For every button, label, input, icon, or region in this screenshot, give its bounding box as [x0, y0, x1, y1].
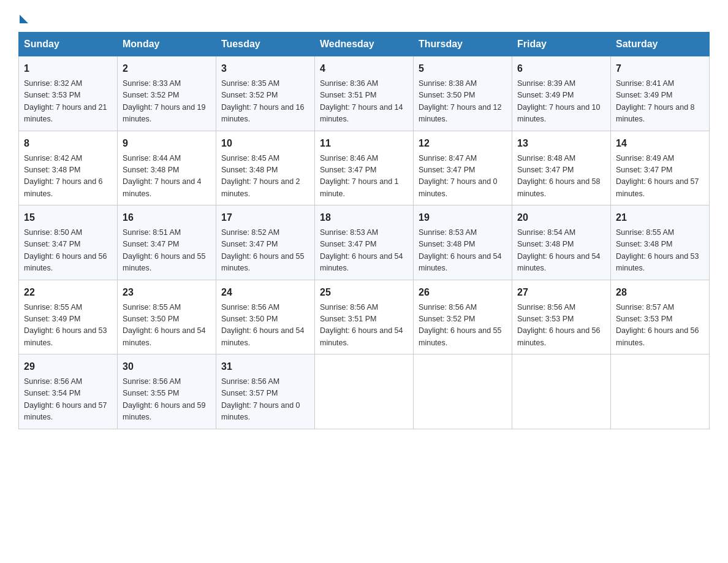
day-number: 16	[123, 210, 211, 225]
calendar-cell: 26Sunrise: 8:56 AMSunset: 3:52 PMDayligh…	[414, 280, 512, 354]
day-info: Sunrise: 8:53 AMSunset: 3:47 PMDaylight:…	[320, 227, 408, 275]
calendar-cell: 17Sunrise: 8:52 AMSunset: 3:47 PMDayligh…	[216, 205, 315, 280]
day-number: 27	[517, 285, 605, 300]
calendar-cell	[315, 354, 414, 429]
calendar-cell: 11Sunrise: 8:46 AMSunset: 3:47 PMDayligh…	[315, 131, 414, 205]
calendar-cell: 20Sunrise: 8:54 AMSunset: 3:48 PMDayligh…	[512, 205, 611, 280]
calendar-cell: 24Sunrise: 8:56 AMSunset: 3:50 PMDayligh…	[216, 280, 315, 354]
day-info: Sunrise: 8:52 AMSunset: 3:47 PMDaylight:…	[221, 227, 309, 275]
calendar-header-row: SundayMondayTuesdayWednesdayThursdayFrid…	[19, 33, 710, 56]
day-number: 2	[123, 61, 211, 76]
calendar-table: SundayMondayTuesdayWednesdayThursdayFrid…	[18, 32, 710, 429]
day-number: 24	[221, 285, 309, 300]
day-info: Sunrise: 8:56 AMSunset: 3:53 PMDaylight:…	[517, 302, 605, 350]
day-number: 20	[517, 210, 605, 225]
day-info: Sunrise: 8:33 AMSunset: 3:52 PMDaylight:…	[123, 78, 211, 126]
calendar-cell: 31Sunrise: 8:56 AMSunset: 3:57 PMDayligh…	[216, 354, 315, 429]
page-header	[18, 12, 710, 21]
day-info: Sunrise: 8:39 AMSunset: 3:49 PMDaylight:…	[517, 78, 605, 126]
day-info: Sunrise: 8:51 AMSunset: 3:47 PMDaylight:…	[123, 227, 211, 275]
calendar-cell: 12Sunrise: 8:47 AMSunset: 3:47 PMDayligh…	[414, 131, 512, 205]
calendar-cell: 28Sunrise: 8:57 AMSunset: 3:53 PMDayligh…	[611, 280, 710, 354]
day-info: Sunrise: 8:45 AMSunset: 3:48 PMDaylight:…	[221, 153, 309, 201]
day-number: 14	[616, 136, 704, 151]
day-number: 9	[123, 136, 211, 151]
column-header-sunday: Sunday	[19, 33, 118, 56]
week-row-4: 22Sunrise: 8:55 AMSunset: 3:49 PMDayligh…	[19, 280, 710, 354]
logo	[18, 12, 28, 21]
day-info: Sunrise: 8:42 AMSunset: 3:48 PMDaylight:…	[24, 153, 112, 201]
calendar-cell: 13Sunrise: 8:48 AMSunset: 3:47 PMDayligh…	[512, 131, 611, 205]
day-info: Sunrise: 8:47 AMSunset: 3:47 PMDaylight:…	[419, 153, 507, 201]
day-info: Sunrise: 8:56 AMSunset: 3:50 PMDaylight:…	[221, 302, 309, 350]
day-info: Sunrise: 8:54 AMSunset: 3:48 PMDaylight:…	[517, 227, 605, 275]
week-row-1: 1Sunrise: 8:32 AMSunset: 3:53 PMDaylight…	[19, 56, 710, 131]
week-row-5: 29Sunrise: 8:56 AMSunset: 3:54 PMDayligh…	[19, 354, 710, 429]
calendar-cell: 8Sunrise: 8:42 AMSunset: 3:48 PMDaylight…	[19, 131, 118, 205]
day-number: 7	[616, 61, 704, 76]
logo-triangle-icon	[20, 15, 28, 23]
day-info: Sunrise: 8:56 AMSunset: 3:52 PMDaylight:…	[419, 302, 507, 350]
day-number: 15	[24, 210, 112, 225]
calendar-cell: 16Sunrise: 8:51 AMSunset: 3:47 PMDayligh…	[118, 205, 216, 280]
day-number: 6	[517, 61, 605, 76]
column-header-monday: Monday	[118, 33, 216, 56]
column-header-thursday: Thursday	[414, 33, 512, 56]
calendar-cell: 25Sunrise: 8:56 AMSunset: 3:51 PMDayligh…	[315, 280, 414, 354]
day-number: 10	[221, 136, 309, 151]
day-number: 18	[320, 210, 408, 225]
day-info: Sunrise: 8:56 AMSunset: 3:57 PMDaylight:…	[221, 376, 309, 424]
day-info: Sunrise: 8:49 AMSunset: 3:47 PMDaylight:…	[616, 153, 704, 201]
day-info: Sunrise: 8:46 AMSunset: 3:47 PMDaylight:…	[320, 153, 408, 201]
day-info: Sunrise: 8:36 AMSunset: 3:51 PMDaylight:…	[320, 78, 408, 126]
day-number: 25	[320, 285, 408, 300]
day-number: 5	[419, 61, 507, 76]
day-number: 1	[24, 61, 112, 76]
day-info: Sunrise: 8:41 AMSunset: 3:49 PMDaylight:…	[616, 78, 704, 126]
calendar-cell: 23Sunrise: 8:55 AMSunset: 3:50 PMDayligh…	[118, 280, 216, 354]
day-number: 4	[320, 61, 408, 76]
day-info: Sunrise: 8:55 AMSunset: 3:50 PMDaylight:…	[123, 302, 211, 350]
calendar-cell: 3Sunrise: 8:35 AMSunset: 3:52 PMDaylight…	[216, 56, 315, 131]
day-number: 8	[24, 136, 112, 151]
day-info: Sunrise: 8:32 AMSunset: 3:53 PMDaylight:…	[24, 78, 112, 126]
day-number: 22	[24, 285, 112, 300]
day-info: Sunrise: 8:57 AMSunset: 3:53 PMDaylight:…	[616, 302, 704, 350]
calendar-cell: 21Sunrise: 8:55 AMSunset: 3:48 PMDayligh…	[611, 205, 710, 280]
calendar-cell: 6Sunrise: 8:39 AMSunset: 3:49 PMDaylight…	[512, 56, 611, 131]
calendar-cell: 30Sunrise: 8:56 AMSunset: 3:55 PMDayligh…	[118, 354, 216, 429]
day-info: Sunrise: 8:44 AMSunset: 3:48 PMDaylight:…	[123, 153, 211, 201]
day-number: 12	[419, 136, 507, 151]
day-number: 28	[616, 285, 704, 300]
week-row-3: 15Sunrise: 8:50 AMSunset: 3:47 PMDayligh…	[19, 205, 710, 280]
day-info: Sunrise: 8:56 AMSunset: 3:55 PMDaylight:…	[123, 376, 211, 424]
calendar-cell: 14Sunrise: 8:49 AMSunset: 3:47 PMDayligh…	[611, 131, 710, 205]
day-number: 11	[320, 136, 408, 151]
day-number: 30	[123, 359, 211, 374]
day-info: Sunrise: 8:56 AMSunset: 3:54 PMDaylight:…	[24, 376, 112, 424]
day-info: Sunrise: 8:35 AMSunset: 3:52 PMDaylight:…	[221, 78, 309, 126]
calendar-cell: 10Sunrise: 8:45 AMSunset: 3:48 PMDayligh…	[216, 131, 315, 205]
day-info: Sunrise: 8:56 AMSunset: 3:51 PMDaylight:…	[320, 302, 408, 350]
calendar-cell: 5Sunrise: 8:38 AMSunset: 3:50 PMDaylight…	[414, 56, 512, 131]
calendar-cell: 15Sunrise: 8:50 AMSunset: 3:47 PMDayligh…	[19, 205, 118, 280]
calendar-cell: 18Sunrise: 8:53 AMSunset: 3:47 PMDayligh…	[315, 205, 414, 280]
day-info: Sunrise: 8:55 AMSunset: 3:49 PMDaylight:…	[24, 302, 112, 350]
day-number: 3	[221, 61, 309, 76]
day-number: 29	[24, 359, 112, 374]
calendar-cell: 1Sunrise: 8:32 AMSunset: 3:53 PMDaylight…	[19, 56, 118, 131]
column-header-wednesday: Wednesday	[315, 33, 414, 56]
day-number: 23	[123, 285, 211, 300]
calendar-cell: 7Sunrise: 8:41 AMSunset: 3:49 PMDaylight…	[611, 56, 710, 131]
day-number: 19	[419, 210, 507, 225]
column-header-tuesday: Tuesday	[216, 33, 315, 56]
calendar-cell	[512, 354, 611, 429]
calendar-cell	[414, 354, 512, 429]
day-info: Sunrise: 8:48 AMSunset: 3:47 PMDaylight:…	[517, 153, 605, 201]
calendar-cell: 27Sunrise: 8:56 AMSunset: 3:53 PMDayligh…	[512, 280, 611, 354]
calendar-cell: 2Sunrise: 8:33 AMSunset: 3:52 PMDaylight…	[118, 56, 216, 131]
week-row-2: 8Sunrise: 8:42 AMSunset: 3:48 PMDaylight…	[19, 131, 710, 205]
day-number: 13	[517, 136, 605, 151]
day-info: Sunrise: 8:38 AMSunset: 3:50 PMDaylight:…	[419, 78, 507, 126]
calendar-cell: 22Sunrise: 8:55 AMSunset: 3:49 PMDayligh…	[19, 280, 118, 354]
